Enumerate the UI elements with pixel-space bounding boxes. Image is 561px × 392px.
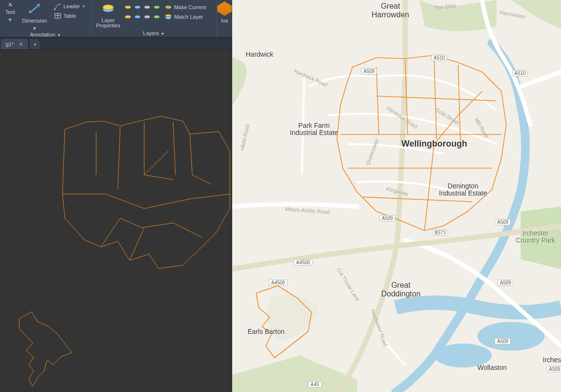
road-label: Mears Ashby Road xyxy=(285,206,330,215)
table-icon xyxy=(54,12,62,20)
layers-panel-title[interactable]: Layers▼ xyxy=(143,30,165,37)
layer-tool-icon[interactable] xyxy=(134,13,141,21)
cad-viewport[interactable] xyxy=(0,50,232,392)
place-label: Irches xyxy=(543,356,561,364)
map-pane[interactable]: GreatHarrowden Hardwick Park FarmIndustr… xyxy=(232,0,561,392)
svg-point-14 xyxy=(135,15,140,18)
layer-properties-button[interactable]: LayerProperties xyxy=(94,1,122,29)
dimension-icon xyxy=(27,1,42,16)
road-shield: A4500 xyxy=(294,259,312,266)
place-label: DeningtonIndustrial Estate xyxy=(439,183,487,197)
place-label: GreatHarrowden xyxy=(372,2,409,19)
text-label: Text xyxy=(5,9,15,15)
place-label: IrchesterCountry Park xyxy=(516,230,555,245)
layer-tool-icon[interactable] xyxy=(134,3,141,11)
layer-tool-icon[interactable] xyxy=(153,3,161,11)
cad-pane: A Text ▼ Dimension ▼ xyxy=(0,0,232,392)
make-current-button[interactable]: Make Current xyxy=(162,3,208,12)
table-label: Table xyxy=(63,13,76,19)
place-label: Park FarmIndustrial Estate xyxy=(290,122,338,137)
road-label: Queensway xyxy=(364,138,379,166)
place-label: Wellingborough xyxy=(401,139,467,149)
block-icon xyxy=(217,1,232,16)
svg-point-1 xyxy=(54,9,55,10)
leader-label: Leader xyxy=(63,3,80,9)
road-shield: B573 xyxy=(432,230,448,236)
document-tabs: g1* ✕ ＋ xyxy=(0,37,232,50)
document-tab-label: g1* xyxy=(6,41,14,47)
text-icon: A xyxy=(8,1,12,7)
road-label: Mill Road xyxy=(474,117,489,139)
make-current-icon xyxy=(164,3,172,11)
leader-icon xyxy=(54,2,62,10)
chevron-down-icon: ▼ xyxy=(32,25,37,31)
road-shield: A45 xyxy=(308,381,322,388)
chevron-down-icon: ▼ xyxy=(159,32,165,36)
dimension-button[interactable]: Dimension ▼ xyxy=(20,1,49,32)
place-label: Wollaston xyxy=(477,364,507,371)
road-label: Kingsway xyxy=(386,185,409,196)
svg-point-11 xyxy=(154,6,160,9)
road-shield: A509 xyxy=(361,68,377,74)
road-shield: A509 xyxy=(379,215,395,221)
annotation-panel: A Text ▼ Dimension ▼ xyxy=(0,0,91,37)
plus-icon: ＋ xyxy=(32,40,38,49)
road-shield: A509 xyxy=(495,338,511,344)
close-icon[interactable]: ✕ xyxy=(19,41,23,48)
chevron-down-icon: ▼ xyxy=(55,33,61,37)
match-layer-button[interactable]: Match Layer xyxy=(162,12,205,21)
text-button[interactable]: A Text ▼ xyxy=(3,1,17,32)
table-button[interactable]: Table xyxy=(52,12,78,20)
place-label: Earls Barton xyxy=(248,328,285,335)
insert-panel-partial: Ins xyxy=(217,0,232,37)
svg-point-13 xyxy=(125,15,131,18)
svg-point-15 xyxy=(144,15,150,18)
match-layer-icon xyxy=(164,13,172,21)
insert-button[interactable]: Ins xyxy=(217,1,232,24)
road-label: The Slips xyxy=(434,2,456,11)
layer-properties-icon xyxy=(101,1,115,16)
road-shield: A509 xyxy=(495,219,511,225)
layer-tool-icon[interactable] xyxy=(153,13,161,21)
drawing-secondary-boundary xyxy=(5,300,101,392)
road-label: Cut Throat Lane xyxy=(336,267,361,302)
layers-panel: LayerProperties Make Current xyxy=(91,0,217,37)
map-labels: GreatHarrowden Hardwick Park FarmIndustr… xyxy=(232,0,561,392)
svg-point-18 xyxy=(165,16,171,19)
insert-label: Ins xyxy=(221,18,228,24)
road-shield: A509 xyxy=(498,280,513,286)
annotation-panel-title[interactable]: Annotation▼ xyxy=(30,32,61,38)
layer-properties-label: LayerProperties xyxy=(96,18,120,28)
ribbon: A Text ▼ Dimension ▼ xyxy=(0,0,232,37)
road-label: Hardwick Road xyxy=(293,68,328,87)
road-label: Hardwick Road xyxy=(386,105,419,130)
layer-tool-icon[interactable] xyxy=(124,3,132,11)
svg-point-8 xyxy=(125,6,131,9)
place-label: Hardwick xyxy=(246,51,274,58)
layer-tool-icon[interactable] xyxy=(143,13,151,21)
document-tab[interactable]: g1* ✕ xyxy=(1,39,28,49)
svg-point-16 xyxy=(154,15,160,18)
road-shield: A4500 xyxy=(269,280,287,286)
svg-point-7 xyxy=(103,5,113,10)
road-shield: A510 xyxy=(512,70,528,76)
road-label: Gold Street xyxy=(435,107,461,126)
layer-tool-icon[interactable] xyxy=(143,3,151,11)
road-label: Hardwater Road xyxy=(370,308,389,346)
road-shield: A509 xyxy=(547,366,561,372)
road-label: nfield Road xyxy=(239,124,250,151)
dimension-label: Dimension xyxy=(22,18,47,24)
svg-point-9 xyxy=(135,6,140,9)
make-current-label: Make Current xyxy=(174,4,206,10)
chevron-down-icon: ▼ xyxy=(8,17,13,23)
place-label: GreatDoddington xyxy=(381,281,421,298)
new-tab-button[interactable]: ＋ xyxy=(30,39,40,49)
road-shield: A510 xyxy=(431,55,447,61)
leader-button[interactable]: Leader ▼ xyxy=(52,2,87,11)
chevron-down-icon: ▼ xyxy=(82,4,86,9)
road-label: Harrowden xyxy=(499,9,525,19)
svg-point-10 xyxy=(144,6,150,9)
match-layer-label: Match Layer xyxy=(174,14,203,20)
layer-tool-icon[interactable] xyxy=(124,13,132,21)
